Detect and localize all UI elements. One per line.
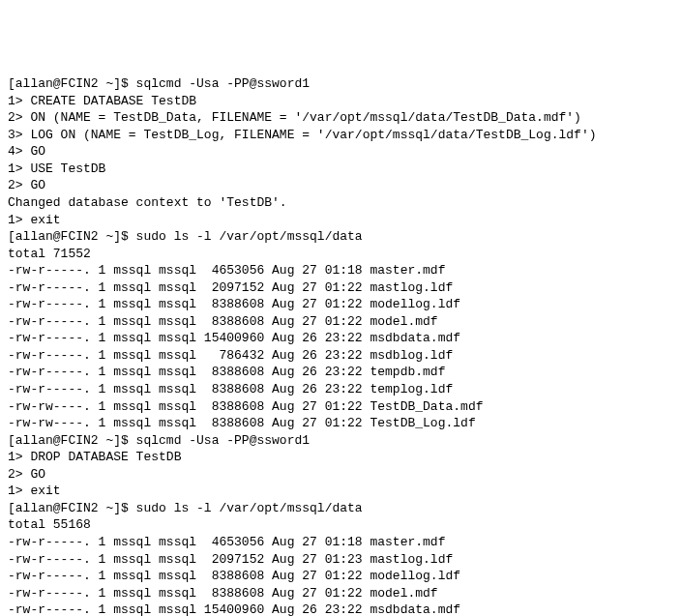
terminal-line: Changed database context to 'TestDB'. [8, 194, 673, 212]
terminal-line: [allan@FCIN2 ~]$ sudo ls -l /var/opt/mss… [8, 228, 673, 246]
terminal-line: [allan@FCIN2 ~]$ sudo ls -l /var/opt/mss… [8, 500, 673, 517]
terminal-line: -rw-r-----. 1 mssql mssql 2097152 Aug 27… [8, 279, 673, 297]
terminal-line: -rw-rw----. 1 mssql mssql 8388608 Aug 27… [8, 415, 673, 432]
terminal-line: -rw-r-----. 1 mssql mssql 8388608 Aug 27… [8, 296, 673, 313]
terminal-line: -rw-r-----. 1 mssql mssql 8388608 Aug 26… [8, 364, 673, 381]
terminal-line: total 71552 [8, 246, 673, 263]
terminal-line: -rw-r-----. 1 mssql mssql 8388608 Aug 27… [8, 313, 673, 331]
terminal-line: -rw-rw----. 1 mssql mssql 8388608 Aug 27… [8, 398, 673, 416]
terminal-line: 2> GO [8, 177, 673, 194]
terminal-line: -rw-r-----. 1 mssql mssql 8388608 Aug 27… [8, 568, 673, 585]
terminal-line: [allan@FCIN2 ~]$ sqlcmd -Usa -PP@ssword1 [8, 75, 673, 93]
terminal-line: 1> USE TestDB [8, 161, 673, 178]
terminal-line: -rw-r-----. 1 mssql mssql 4653056 Aug 27… [8, 262, 673, 279]
terminal-line: 4> GO [8, 143, 673, 161]
terminal-line: total 55168 [8, 516, 673, 534]
terminal-line: 1> exit [8, 483, 673, 500]
terminal-line: -rw-r-----. 1 mssql mssql 2097152 Aug 27… [8, 551, 673, 569]
terminal-line: 3> LOG ON (NAME = TestDB_Log, FILENAME =… [8, 127, 673, 144]
terminal-line: 2> ON (NAME = TestDB_Data, FILENAME = '/… [8, 109, 673, 127]
terminal-line: -rw-r-----. 1 mssql mssql 8388608 Aug 26… [8, 381, 673, 398]
terminal-line: 2> GO [8, 466, 673, 484]
terminal-line: -rw-r-----. 1 mssql mssql 8388608 Aug 27… [8, 585, 673, 602]
terminal-line: [allan@FCIN2 ~]$ sqlcmd -Usa -PP@ssword1 [8, 432, 673, 450]
terminal-output: [allan@FCIN2 ~]$ sqlcmd -Usa -PP@ssword1… [8, 75, 673, 616]
terminal-line: -rw-r-----. 1 mssql mssql 15400960 Aug 2… [8, 330, 673, 347]
terminal-line: 1> CREATE DATABASE TestDB [8, 93, 673, 110]
terminal-line: -rw-r-----. 1 mssql mssql 15400960 Aug 2… [8, 601, 673, 616]
terminal-line: -rw-r-----. 1 mssql mssql 786432 Aug 26 … [8, 347, 673, 365]
terminal-line: 1> exit [8, 212, 673, 229]
terminal-line: -rw-r-----. 1 mssql mssql 4653056 Aug 27… [8, 534, 673, 551]
terminal-line: 1> DROP DATABASE TestDB [8, 449, 673, 466]
